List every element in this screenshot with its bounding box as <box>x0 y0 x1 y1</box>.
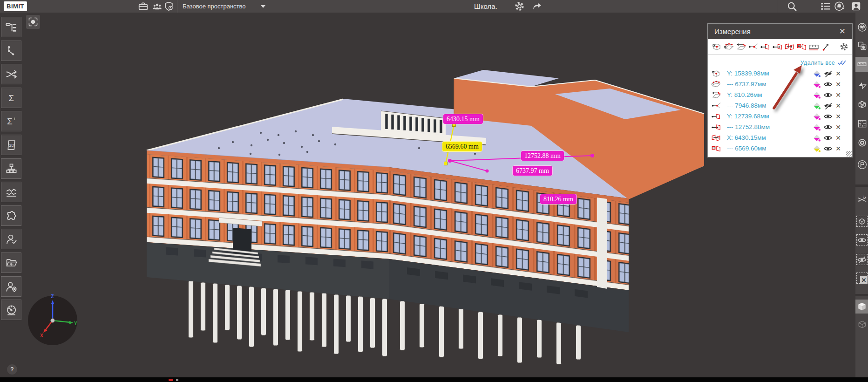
app-logo: BiMiT <box>4 1 27 11</box>
measure-plane-points-icon <box>711 79 721 89</box>
color-swatch-icon[interactable] <box>811 101 822 110</box>
locate-icon[interactable] <box>856 137 868 148</box>
measure-ruler-icon-active[interactable] <box>855 57 868 72</box>
visibility-on-icon[interactable] <box>822 112 834 121</box>
measure-point-line-icon[interactable] <box>748 41 759 52</box>
axis-z-label: Z <box>51 293 54 299</box>
shield-history-icon[interactable] <box>163 0 175 12</box>
delete-row-icon[interactable]: ✕ <box>834 123 843 131</box>
bimit-app: 6430.15 mm 6569.60 mm 12752.88 mm 6737.9… <box>0 0 868 382</box>
delete-row-icon[interactable]: ✕ <box>834 145 843 152</box>
panel-resize-grip[interactable] <box>846 151 852 157</box>
right-toolbar-divider <box>855 184 868 187</box>
progress-marker <box>169 379 173 381</box>
sidebar-item-graph-node[interactable] <box>1 41 21 61</box>
help-button[interactable]: ? <box>7 364 17 375</box>
measure-point-plane-icon[interactable] <box>760 41 771 52</box>
environment-icon[interactable] <box>856 21 868 33</box>
measurement-row: --- 7946.88мм ✕ <box>708 100 852 111</box>
ghost-view-icon[interactable] <box>856 319 868 330</box>
sidebar-item-shuffle[interactable] <box>1 64 21 84</box>
svg-text:Σ: Σ <box>7 116 13 126</box>
section-box-icon[interactable] <box>856 99 868 110</box>
color-swatch-icon[interactable] <box>811 80 822 89</box>
progress-track <box>176 379 178 381</box>
delete-row-icon[interactable]: ✕ <box>834 134 843 142</box>
floor-plan-icon[interactable] <box>856 118 868 129</box>
right-toolbar: 2 ✕ <box>855 13 868 377</box>
delete-all-button[interactable]: Удалить все <box>708 58 852 68</box>
project-title: Школа. <box>460 0 511 13</box>
color-swatch-icon[interactable] <box>811 133 822 143</box>
briefcase-icon[interactable] <box>137 0 149 12</box>
measure-point-plane-axis-icon[interactable] <box>772 41 783 52</box>
dropdown-arrow-icon[interactable] <box>261 5 265 8</box>
measure-plane-plane-icon[interactable] <box>784 41 795 52</box>
sidebar-item-sum[interactable]: Σ <box>1 88 21 108</box>
flag-icon[interactable] <box>856 159 868 170</box>
visibility-on-icon[interactable] <box>822 90 834 100</box>
measure-xyz-icon[interactable] <box>712 41 722 52</box>
delete-row-icon[interactable]: ✕ <box>834 81 843 88</box>
panel-settings-gear-icon[interactable] <box>839 42 849 52</box>
measure-point-plane-axis-icon <box>711 122 721 132</box>
sidebar-item-sum-plus[interactable]: Σ + <box>1 111 21 131</box>
measure-wall-plane-icon <box>711 143 721 154</box>
selection-frames-icon[interactable] <box>856 40 868 51</box>
focus-model-button[interactable] <box>26 15 40 29</box>
delete-row-icon[interactable]: ✕ <box>834 102 843 109</box>
sidebar-item-plugins[interactable] <box>1 205 21 226</box>
settings-gear-icon[interactable] <box>514 0 525 12</box>
color-swatch-icon[interactable] <box>811 90 822 100</box>
measure-plane-points-icon[interactable] <box>724 41 734 52</box>
search-icon[interactable] <box>786 0 798 12</box>
measure-wall-plane-icon[interactable] <box>796 41 807 52</box>
visibility-on-icon[interactable] <box>822 123 834 132</box>
team-icon[interactable] <box>151 0 163 12</box>
notifications-icon[interactable] <box>834 0 845 12</box>
delete-row-icon[interactable]: ✕ <box>834 70 843 77</box>
visibility-on-icon[interactable] <box>822 133 834 143</box>
delete-row-icon[interactable]: ✕ <box>834 113 843 120</box>
hide-selected-icon[interactable] <box>856 254 868 265</box>
close-icon[interactable]: ✕ <box>839 27 846 35</box>
sidebar-item-user-location[interactable] <box>1 276 21 297</box>
solid-view-icon[interactable] <box>855 300 868 314</box>
sum-icon: Σ <box>8 93 14 103</box>
account-icon[interactable] <box>850 0 862 12</box>
show-hidden-icon[interactable] <box>856 234 868 246</box>
workspace-selector[interactable]: Базовое пространство <box>183 0 246 13</box>
color-swatch-icon[interactable] <box>811 112 822 121</box>
measurement-row: X: 6430.15мм ✕ <box>708 132 852 143</box>
sidebar-item-org-chart[interactable] <box>1 158 21 179</box>
visibility-off-icon[interactable] <box>822 101 834 110</box>
color-swatch-icon[interactable] <box>811 123 822 132</box>
delete-row-icon[interactable]: ✕ <box>834 91 843 99</box>
measure-label-6737: 6737.97 mm <box>512 165 553 176</box>
axis-gizmo[interactable]: Z Y X <box>25 293 81 348</box>
visibility-off-icon[interactable] <box>822 69 834 78</box>
color-swatch-icon[interactable] <box>811 69 822 78</box>
share-icon[interactable] <box>531 0 542 12</box>
measurement-value: --- 7946.88мм <box>727 102 811 109</box>
measure-ruler-icon[interactable] <box>808 41 819 52</box>
measurements-panel: Измерения ✕ Удалить все Y: <box>707 23 853 157</box>
sidebar-item-model-tree[interactable] <box>1 17 21 37</box>
visibility-on-icon[interactable] <box>822 144 834 153</box>
menu-list-icon[interactable] <box>820 0 831 12</box>
measure-angle-icon[interactable] <box>821 41 831 52</box>
compare-levels-icon[interactable]: 2 <box>856 194 868 205</box>
sidebar-item-sheet-2d[interactable]: 2D <box>1 135 21 155</box>
sidebar-item-trend-chart[interactable] <box>1 182 21 202</box>
sidebar-item-gauge[interactable] <box>1 300 21 320</box>
section-flip-icon[interactable] <box>856 80 868 91</box>
color-swatch-icon[interactable] <box>811 144 822 153</box>
measurement-value: Y: 12739.68мм <box>727 113 811 120</box>
measure-plane-edge-icon[interactable] <box>736 41 746 52</box>
measurement-row: --- 12752.88мм ✕ <box>708 122 852 132</box>
clear-isolation-icon[interactable]: ✕ <box>856 273 868 284</box>
sidebar-item-folder-export[interactable] <box>1 252 21 273</box>
sidebar-item-user-check[interactable] <box>1 229 21 249</box>
visibility-on-icon[interactable] <box>822 80 834 89</box>
isolate-box-icon[interactable] <box>856 216 868 227</box>
